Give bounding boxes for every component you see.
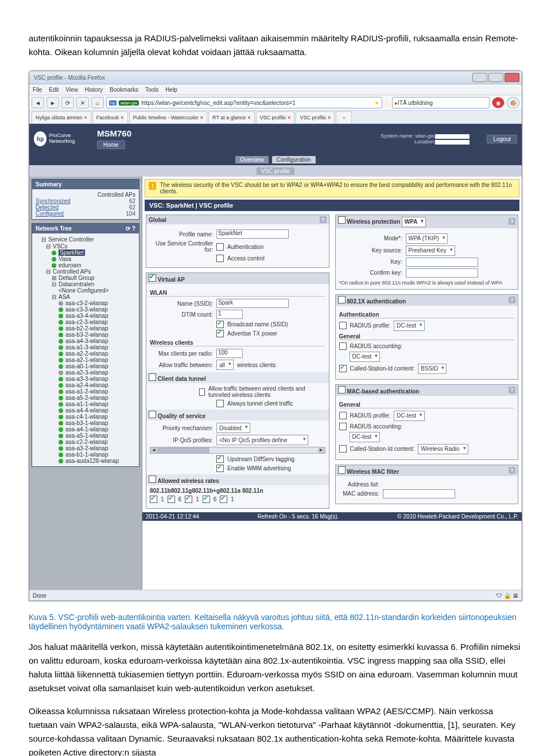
ra-checkbox[interactable] — [339, 342, 347, 350]
tab-4[interactable]: RT at a glance× — [208, 111, 254, 123]
maxclients-input[interactable]: 100 — [216, 349, 243, 358]
access-checkbox[interactable] — [216, 255, 224, 262]
macf-checkbox[interactable] — [338, 466, 346, 474]
menu-tools[interactable]: Tools — [145, 87, 158, 93]
ssid-input[interactable]: Spark — [216, 299, 289, 308]
tab-close-icon[interactable]: × — [200, 115, 203, 120]
synch-link[interactable]: Synchronized — [36, 198, 71, 204]
collapse-icon[interactable]: ⊟ — [46, 268, 51, 275]
sc-node[interactable]: Service Controller — [48, 236, 94, 243]
collapse-icon[interactable]: ⊟ — [46, 243, 51, 250]
wp-select[interactable]: WPA — [402, 217, 426, 227]
logout-button[interactable]: Logout — [487, 135, 517, 143]
tab-close-icon[interactable]: × — [247, 115, 250, 120]
menu-file[interactable]: File — [33, 87, 42, 93]
asa-item[interactable]: asa-a1-3-wlanap — [65, 344, 108, 350]
menu-history[interactable]: History — [85, 87, 103, 93]
url-bar[interactable]: hp wlan-gw https://wlan-gw/centcfg/vsc_e… — [106, 97, 382, 108]
asa-item[interactable]: asa-a4-3-wlanap — [65, 338, 108, 344]
tab-1[interactable]: Nyliga olästa ämnen× — [32, 111, 91, 123]
collapse-icon[interactable]: ⊟ — [52, 294, 56, 300]
ks-select[interactable]: Preshared Key — [406, 245, 455, 256]
help-icon[interactable]: ? — [320, 216, 327, 223]
search-input[interactable]: ▸ ITÄ utbildning — [392, 97, 490, 108]
rate-cb[interactable] — [203, 496, 210, 503]
vap-checkbox[interactable] — [149, 274, 156, 282]
rate-cb[interactable] — [168, 496, 175, 503]
dot1x-checkbox[interactable] — [338, 296, 346, 303]
defgroup-node[interactable]: Default Group — [59, 275, 94, 281]
asa-item[interactable]: asa-a4-1-wlanap — [65, 426, 108, 432]
overview-tab[interactable]: Overview — [235, 156, 269, 163]
rp-select[interactable]: DC-test — [394, 321, 425, 331]
google-star-icon[interactable]: ☆ — [385, 100, 390, 106]
tab-close-icon[interactable]: × — [328, 115, 331, 120]
mode-select[interactable]: WPA (TKIP) — [406, 233, 448, 244]
home-link[interactable]: Home — [97, 141, 125, 149]
rates-checkbox[interactable] — [149, 476, 156, 483]
bookmark-star-icon[interactable]: ★ — [374, 100, 379, 106]
tab-5[interactable]: VSC profile× — [256, 111, 295, 123]
dc-node[interactable]: Datacentralen — [59, 281, 94, 287]
help-icon[interactable]: ? — [509, 218, 515, 225]
key-input[interactable] — [406, 258, 478, 267]
qos-checkbox[interactable] — [149, 411, 156, 418]
cdt1-checkbox[interactable] — [199, 388, 205, 396]
macra-select[interactable]: DC-test — [350, 432, 381, 442]
dtim-input[interactable]: 1 — [216, 310, 243, 319]
cdt-checkbox[interactable] — [149, 373, 156, 381]
vsc-sparknet[interactable]: SparkNet — [59, 250, 85, 256]
configured-link[interactable]: Configured — [36, 211, 64, 217]
menu-help[interactable]: Help — [165, 87, 177, 93]
asa-item[interactable]: asa-c2-3-wlanap — [65, 319, 108, 325]
asa-item[interactable]: asa-auda128-wlanap — [65, 458, 119, 464]
vsc-eduroam[interactable]: eduroam — [59, 262, 81, 268]
maccsi-select[interactable]: Wireless Radio — [418, 444, 468, 454]
asa-item[interactable]: asa-a2-1-wlanap — [65, 357, 108, 363]
vsc-vasa[interactable]: Vasa — [59, 256, 71, 262]
auth-checkbox[interactable] — [216, 243, 224, 251]
rp-checkbox[interactable] — [339, 322, 347, 329]
adblock-icon[interactable]: ◉ — [492, 97, 505, 108]
collapse-icon[interactable]: ⊟ — [52, 281, 56, 287]
forward-button[interactable]: ► — [46, 97, 59, 108]
asa-item[interactable]: asa-a3-2-wlanap — [65, 445, 108, 451]
detected-link[interactable]: Detected — [36, 204, 59, 211]
rate-cb[interactable] — [150, 496, 157, 503]
advtx-checkbox[interactable] — [216, 330, 224, 337]
allow-select[interactable]: all — [216, 360, 234, 370]
profile-name-input[interactable]: SparkNet — [216, 229, 289, 239]
asa-item[interactable]: asa-c4-1-wlanap — [65, 414, 108, 420]
tab-6[interactable]: VSC profile× — [296, 111, 335, 123]
asa-item[interactable]: asa-a3-4-wlanap — [65, 313, 108, 319]
tab-close-icon[interactable]: × — [121, 115, 123, 120]
controlled-aps-link[interactable]: Controlled APs — [98, 192, 135, 198]
tab-2[interactable]: Facebook× — [92, 111, 128, 123]
macaddr-input[interactable] — [383, 489, 455, 498]
asa-item[interactable]: asa-a2-3-wlanap — [65, 369, 108, 376]
vsc-profile-subtab[interactable]: VSC profile — [257, 167, 295, 175]
menu-view[interactable]: View — [65, 87, 78, 93]
asa-item[interactable]: asa-a2-2-wlanap — [65, 350, 108, 357]
vscs-node[interactable]: VSCs — [53, 243, 68, 250]
macrp-checkbox[interactable] — [339, 412, 347, 419]
csi-checkbox[interactable] — [339, 365, 347, 372]
configuration-tab[interactable]: Configuration — [272, 156, 315, 163]
asa-node[interactable]: ASA — [59, 294, 70, 300]
rate-cb[interactable] — [185, 496, 192, 503]
collapse-icon[interactable]: ⊟ — [41, 236, 46, 243]
maximize-button[interactable] — [488, 73, 503, 82]
asa-item[interactable]: asa-c3-3-wlanap — [65, 306, 108, 313]
diffserv-checkbox[interactable] — [216, 455, 224, 463]
asa-item[interactable]: asa-a1-1-wlanap — [65, 401, 108, 407]
reload-button[interactable]: ⟳ — [61, 97, 74, 108]
bcast-checkbox[interactable] — [216, 321, 224, 328]
back-button[interactable]: ◄ — [32, 97, 44, 108]
monkey-icon[interactable]: 🐵 — [507, 97, 519, 108]
maccsi-checkbox[interactable] — [339, 445, 347, 453]
ra-select[interactable]: DC-test — [350, 352, 381, 362]
asa-item[interactable]: asa-b2-2-wlanap — [65, 325, 108, 332]
confirmkey-input[interactable] — [406, 268, 478, 278]
asa-item[interactable]: asa-a2-4-wlanap — [65, 382, 108, 388]
menu-bookmarks[interactable]: Bookmarks — [110, 87, 138, 93]
